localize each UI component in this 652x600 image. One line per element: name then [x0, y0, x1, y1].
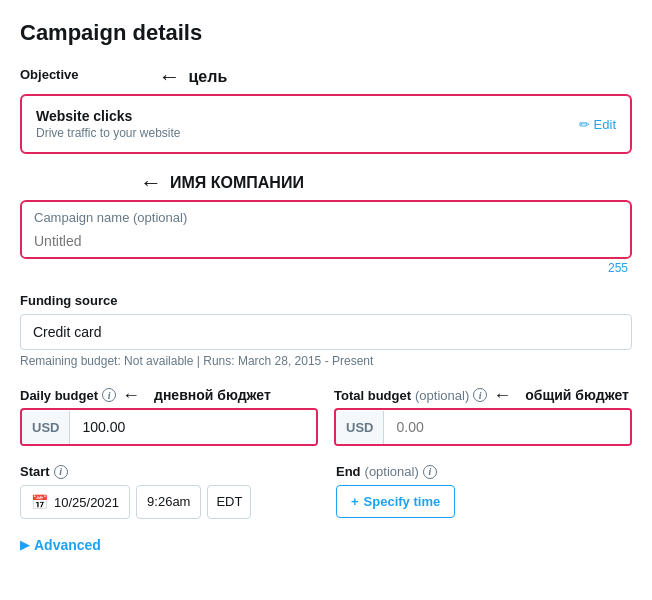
objective-info: Website clicks Drive traffic to your web… [36, 108, 181, 140]
objective-arrow-icon: ← [159, 66, 181, 88]
objective-label: Objective [20, 67, 79, 82]
total-budget-input-box: USD [334, 408, 632, 446]
objective-title: Website clicks [36, 108, 181, 124]
funding-source-label: Funding source [20, 293, 632, 308]
campaign-arrow-icon: ← [140, 172, 162, 194]
total-budget-ann-col: Total budget (optional) i ← общий бюджет [334, 386, 632, 404]
objective-subtitle: Drive traffic to your website [36, 126, 181, 140]
objective-card: Website clicks Drive traffic to your web… [20, 94, 632, 154]
end-col: End (optional) i + Specify time [336, 464, 632, 518]
total-budget-col: USD [334, 408, 632, 446]
start-end-row: Start i 📅 10/25/2021 9:26am EDT End (o [20, 464, 632, 519]
daily-budget-label: Daily budget i [20, 388, 116, 403]
start-date-value: 10/25/2021 [54, 495, 119, 510]
campaign-name-input[interactable] [22, 229, 630, 257]
start-end-section: Start i 📅 10/25/2021 9:26am EDT End (o [20, 464, 632, 519]
plus-icon: + [351, 494, 359, 509]
advanced-label: Advanced [34, 537, 101, 553]
budget-row: USD USD [20, 408, 632, 446]
start-time-input[interactable]: 9:26am [136, 485, 201, 519]
edit-link[interactable]: ✏ Edit [579, 117, 616, 132]
total-budget-input[interactable] [384, 410, 630, 444]
advanced-link[interactable]: ▶ Advanced [20, 537, 632, 553]
total-budget-annotation: общий бюджет [525, 387, 629, 403]
objective-annotation: цель [189, 68, 228, 86]
calendar-icon: 📅 [31, 494, 48, 510]
daily-budget-ann-col: Daily budget i ← дневной бюджет [20, 386, 318, 404]
start-timezone-input[interactable]: EDT [207, 485, 251, 519]
budget-annotations: Daily budget i ← дневной бюджет Total bu… [20, 386, 632, 404]
daily-budget-currency: USD [22, 411, 70, 444]
total-budget-currency: USD [336, 411, 384, 444]
end-label: End (optional) i [336, 464, 632, 479]
specify-time-button[interactable]: + Specify time [336, 485, 455, 518]
start-inputs: 📅 10/25/2021 9:26am EDT [20, 485, 316, 519]
total-budget-label: Total budget (optional) i [334, 388, 487, 403]
start-date-input[interactable]: 📅 10/25/2021 [20, 485, 130, 519]
funding-info: Remaining budget: Not available | Runs: … [20, 354, 632, 368]
start-col: Start i 📅 10/25/2021 9:26am EDT [20, 464, 316, 519]
daily-budget-annotation: дневной бюджет [154, 387, 271, 403]
chevron-right-icon: ▶ [20, 538, 29, 552]
objective-section: Objective ← цель Website clicks Drive tr… [20, 66, 632, 154]
start-info-icon[interactable]: i [54, 465, 68, 479]
daily-budget-info-icon[interactable]: i [102, 388, 116, 402]
daily-budget-input[interactable] [70, 410, 316, 444]
start-label: Start i [20, 464, 316, 479]
daily-budget-arrow-icon: ← [122, 386, 140, 404]
funding-source-input[interactable] [20, 314, 632, 350]
funding-source-section: Funding source Remaining budget: Not ava… [20, 293, 632, 368]
daily-budget-input-box: USD [20, 408, 318, 446]
page-title: Campaign details [20, 20, 632, 46]
total-budget-arrow-icon: ← [493, 386, 511, 404]
end-info-icon[interactable]: i [423, 465, 437, 479]
campaign-name-annotation: ИМЯ КОМПАНИИ [170, 174, 304, 192]
campaign-name-section: ← ИМЯ КОМПАНИИ Campaign name (optional) … [20, 172, 632, 275]
total-budget-info-icon[interactable]: i [473, 388, 487, 402]
campaign-name-box: Campaign name (optional) [20, 200, 632, 259]
campaign-name-label: Campaign name (optional) [22, 202, 630, 229]
daily-budget-col: USD [20, 408, 318, 446]
pencil-icon: ✏ [579, 117, 590, 132]
char-count: 255 [20, 261, 632, 275]
budget-section: Daily budget i ← дневной бюджет Total bu… [20, 386, 632, 446]
